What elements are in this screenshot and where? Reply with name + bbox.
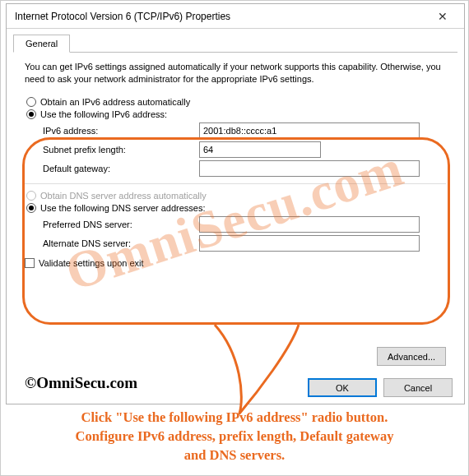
alternate-dns-label: Alternate DNS server: <box>43 238 199 248</box>
radio-icon <box>26 109 36 119</box>
caption-line: Configure IPv6 address, prefix length, D… <box>12 427 457 446</box>
subnet-prefix-label: Subnet prefix length: <box>43 145 199 155</box>
ipv6-fields: IPv6 address: Subnet prefix length: Defa… <box>43 122 446 177</box>
close-icon[interactable]: ✕ <box>426 5 459 28</box>
subnet-prefix-input[interactable] <box>199 141 321 158</box>
separator <box>25 183 446 184</box>
ok-button[interactable]: OK <box>308 378 377 397</box>
radio-label: Use the following DNS server addresses: <box>40 203 206 213</box>
radio-obtain-ipv6-auto[interactable]: Obtain an IPv6 address automatically <box>26 97 446 107</box>
default-gateway-label: Default gateway: <box>43 164 199 173</box>
validate-settings-checkbox[interactable]: Validate settings upon exit <box>25 258 446 268</box>
default-gateway-input[interactable] <box>199 160 420 177</box>
titlebar: Internet Protocol Version 6 (TCP/IPv6) P… <box>7 4 464 29</box>
radio-use-following-dns[interactable]: Use the following DNS server addresses: <box>26 203 446 213</box>
radio-label: Use the following IPv6 address: <box>40 109 167 119</box>
radio-label: Obtain DNS server address automatically <box>40 191 207 201</box>
annotation-caption: Click "Use the following IPv6 address" r… <box>1 408 468 464</box>
dialog-body: You can get IPv6 settings assigned autom… <box>7 53 464 275</box>
radio-icon <box>26 97 36 107</box>
caption-line: and DNS servers. <box>12 446 457 464</box>
caption-line: Click "Use the following IPv6 address" r… <box>12 408 457 427</box>
tab-general[interactable]: General <box>13 35 70 53</box>
radio-obtain-dns-auto: Obtain DNS server address automatically <box>26 191 446 201</box>
description-text: You can get IPv6 settings assigned autom… <box>25 61 446 85</box>
radio-label: Obtain an IPv6 address automatically <box>40 97 190 107</box>
validate-label: Validate settings upon exit <box>39 258 144 268</box>
checkbox-icon <box>25 258 35 268</box>
preferred-dns-label: Preferred DNS server: <box>43 220 199 229</box>
cancel-button[interactable]: Cancel <box>383 378 453 397</box>
tab-strip: General <box>13 34 457 53</box>
ipv6-address-label: IPv6 address: <box>43 126 199 136</box>
radio-icon <box>26 203 36 213</box>
dns-fields: Preferred DNS server: Alternate DNS serv… <box>43 216 446 252</box>
radio-icon <box>26 191 36 201</box>
advanced-button[interactable]: Advanced... <box>377 347 446 366</box>
radio-use-following-ipv6[interactable]: Use the following IPv6 address: <box>26 109 446 119</box>
ipv6-address-input[interactable] <box>199 122 420 139</box>
preferred-dns-input[interactable] <box>199 216 420 233</box>
copyright-text: ©OmniSecu.com <box>25 374 137 392</box>
window-title: Internet Protocol Version 6 (TCP/IPv6) P… <box>15 11 230 22</box>
alternate-dns-input[interactable] <box>199 235 420 252</box>
ipv6-properties-dialog: Internet Protocol Version 6 (TCP/IPv6) P… <box>6 3 465 404</box>
